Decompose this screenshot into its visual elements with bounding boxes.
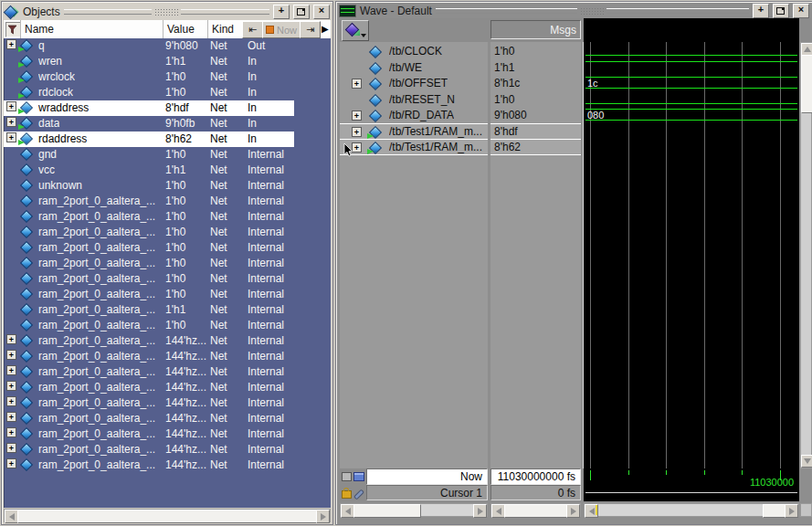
wave-signal-value-row[interactable]: 1'h0 [490, 43, 581, 59]
expander-icon[interactable]: + [6, 381, 16, 391]
undock-add-button[interactable]: + [753, 4, 769, 18]
scroll-right-icon[interactable] [473, 504, 487, 518]
restore-button[interactable] [293, 5, 310, 19]
expander-icon[interactable]: + [6, 458, 16, 468]
wave-signal-row[interactable]: +/tb/Test1/RAM_m... [340, 123, 488, 140]
expander-icon[interactable]: + [6, 39, 16, 49]
table-row[interactable]: ram_2port_0_aaltera_...1'h0NetInternal [4, 209, 331, 225]
scrollbar-thumb[interactable] [17, 510, 317, 523]
expander-icon[interactable]: + [6, 101, 16, 111]
column-header-name[interactable]: Name [25, 23, 54, 36]
wave-timeline[interactable]: 11030000 [584, 468, 799, 501]
values-horizontal-scrollbar[interactable] [490, 503, 581, 517]
wave-signal-row[interactable]: /tb/RESET_N [340, 91, 488, 108]
msgs-column-header[interactable]: Msgs [490, 20, 581, 39]
table-row[interactable]: wren1'h1NetIn [4, 54, 331, 69]
wave-signal-row[interactable]: +/tb/OFFSET [340, 75, 488, 91]
close-button[interactable]: × [793, 4, 809, 18]
scrollbar-thumb[interactable] [763, 504, 786, 518]
now-button[interactable]: Now [262, 21, 301, 38]
header-scroll-right-icon[interactable]: ▶ [322, 24, 329, 34]
wave-signal-value-row[interactable]: 9'h080 [490, 107, 581, 123]
expander-icon[interactable]: + [6, 334, 16, 344]
table-row[interactable]: +ram_2port_0_aaltera_...144'hz...NetInte… [4, 411, 331, 426]
table-row[interactable]: ram_2port_0_aaltera_...1'h0NetInternal [4, 256, 331, 271]
header-separator[interactable] [207, 20, 208, 38]
table-row[interactable]: ram_2port_0_aaltera_...1'h0NetInternal [4, 225, 331, 240]
undock-add-button[interactable]: + [273, 5, 290, 19]
scroll-right-icon[interactable] [566, 504, 580, 518]
table-row[interactable]: +ram_2port_0_aaltera_...144'hz...NetInte… [4, 364, 331, 380]
table-row[interactable]: unknown1'h0NetInternal [4, 178, 331, 194]
table-row[interactable]: +wraddress8'hdfNetIn [4, 100, 331, 116]
wave-signal-value-row[interactable]: 8'h62 [490, 139, 581, 155]
wave-signal-value-row[interactable]: 1'h1 [490, 59, 581, 76]
expander-icon[interactable]: + [6, 132, 16, 142]
wave-signal-row[interactable]: /tb/CLOCK [340, 43, 488, 59]
table-row[interactable]: ram_2port_0_aaltera_...1'h0NetInternal [4, 194, 331, 209]
panel-icon[interactable] [353, 472, 364, 481]
column-header-value[interactable]: Value [167, 23, 195, 36]
scroll-right-icon[interactable] [785, 504, 798, 518]
table-row[interactable]: ram_2port_0_aaltera_...1'h0NetInternal [4, 318, 331, 333]
scroll-left-icon[interactable] [341, 504, 354, 518]
wave-canvas[interactable]: 1c080 [583, 42, 799, 468]
table-row[interactable]: +q9'h080NetOut [4, 38, 331, 54]
table-row[interactable]: +rdaddress8'h62NetIn [4, 132, 331, 147]
close-button[interactable]: × [313, 5, 330, 19]
table-row[interactable]: +ram_2port_0_aaltera_...144'hz...NetInte… [4, 333, 331, 349]
lock-cursor-icon[interactable] [342, 490, 352, 499]
table-row[interactable]: gnd1'h0NetInternal [4, 147, 331, 163]
scrollbar-thumb[interactable] [801, 55, 812, 113]
wave-signal-value-row[interactable]: 8'h1c [490, 75, 581, 91]
expander-icon[interactable]: + [352, 110, 362, 121]
previous-transition-button[interactable]: ⇤ [242, 21, 263, 38]
next-transition-button[interactable]: ⇥ [300, 21, 321, 38]
column-header-kind[interactable]: Kind [212, 23, 234, 36]
table-row[interactable]: ram_2port_0_aaltera_...1'h0NetInternal [4, 271, 331, 287]
wave-signal-row[interactable]: +/tb/Test1/RAM_m... [340, 139, 488, 155]
cursor-row-label[interactable]: Cursor 1 [366, 485, 488, 500]
expander-icon[interactable]: + [6, 350, 16, 360]
expander-icon[interactable]: + [352, 79, 362, 89]
scroll-right-icon[interactable] [316, 510, 330, 523]
scroll-left-icon[interactable] [491, 504, 505, 518]
wave-signal-row[interactable]: /tb/WE [340, 59, 488, 76]
objects-titlebar[interactable]: Objects + × [4, 4, 331, 19]
signal-group-dropdown-button[interactable] [342, 20, 369, 41]
cursor-properties-icon[interactable] [353, 489, 364, 500]
expander-icon[interactable]: + [6, 427, 16, 437]
expander-icon[interactable]: + [6, 117, 16, 127]
restore-button[interactable] [773, 4, 789, 18]
table-row[interactable]: +data9'h0fbNetIn [4, 116, 331, 132]
table-row[interactable]: +ram_2port_0_aaltera_...144'hz...NetInte… [4, 458, 331, 473]
expander-icon[interactable]: + [6, 412, 16, 422]
wave-vertical-scrollbar[interactable] [800, 42, 812, 468]
header-separator[interactable] [163, 20, 163, 38]
display-icon[interactable] [342, 472, 352, 481]
expander-icon[interactable]: + [352, 127, 362, 137]
table-row[interactable]: ram_2port_0_aaltera_...1'h0NetInternal [4, 287, 331, 302]
table-row[interactable]: +ram_2port_0_aaltera_...144'hz...NetInte… [4, 395, 331, 411]
names-horizontal-scrollbar[interactable] [340, 503, 488, 517]
scrollbar-thumb[interactable] [504, 504, 567, 518]
wave-signal-row[interactable]: +/tb/RD_DATA [340, 107, 488, 123]
table-row[interactable]: +ram_2port_0_aaltera_...144'hz...NetInte… [4, 442, 331, 458]
expander-icon[interactable]: + [6, 443, 16, 453]
scrollbar-thumb[interactable] [353, 504, 421, 518]
titlebar-grip[interactable] [64, 8, 269, 16]
titlebar-grip[interactable] [436, 7, 749, 15]
scroll-left-icon[interactable] [5, 510, 18, 523]
table-row[interactable]: rdclock1'h0NetIn [4, 85, 331, 100]
wave-signal-value-row[interactable]: 8'hdf [490, 123, 581, 140]
wave-signal-value-row[interactable]: 1'h0 [490, 91, 581, 108]
table-row[interactable]: wrclock1'h0NetIn [4, 69, 331, 85]
table-row[interactable]: vcc1'h1NetInternal [4, 163, 331, 178]
scroll-up-icon[interactable] [801, 43, 812, 56]
table-row[interactable]: ram_2port_0_aaltera_...1'h0NetInternal [4, 240, 331, 256]
table-row[interactable]: +ram_2port_0_aaltera_...144'hz...NetInte… [4, 426, 331, 442]
expander-icon[interactable]: + [6, 396, 16, 406]
objects-horizontal-scrollbar[interactable] [4, 509, 331, 522]
table-row[interactable]: ram_2port_0_aaltera_...1'h1NetInternal [4, 302, 331, 318]
expander-icon[interactable]: + [6, 365, 16, 375]
